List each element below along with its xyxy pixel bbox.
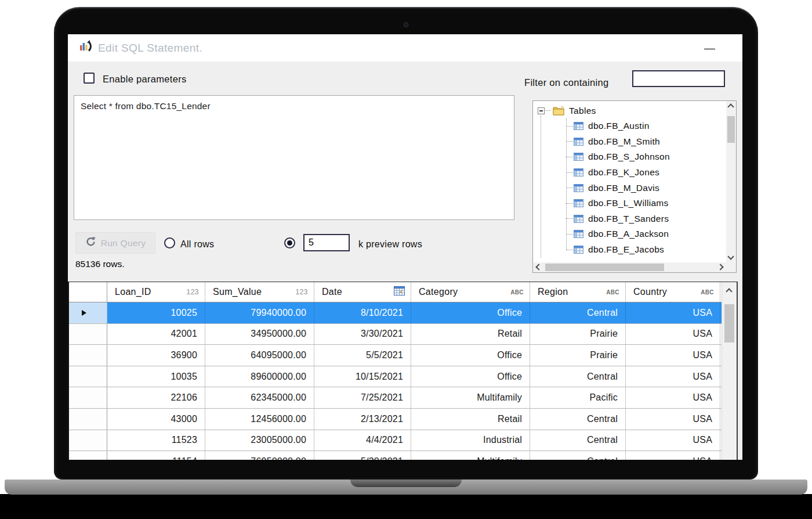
scrollbar-thumb[interactable] bbox=[545, 264, 664, 271]
grid-header-country[interactable]: CountryABC bbox=[626, 282, 720, 302]
tree-item[interactable]: dbo.FB_M_Smith bbox=[533, 134, 726, 150]
grid-row[interactable]: 1002579940000.008/10/2021OfficeCentralUS… bbox=[69, 302, 722, 324]
tree-item[interactable]: dbo.FB_Austin bbox=[533, 118, 726, 134]
grid-cell[interactable]: USA bbox=[626, 430, 720, 451]
grid-cell[interactable]: Office bbox=[411, 302, 530, 323]
scrollbar-thumb[interactable] bbox=[724, 304, 734, 343]
grid-cell[interactable]: 64095000.00 bbox=[205, 345, 314, 366]
tree-item[interactable]: dbo.FB_E_Jacobs bbox=[533, 242, 726, 258]
grid-cell[interactable]: 5/30/2021 bbox=[314, 451, 411, 460]
grid-cell[interactable]: 12456000.00 bbox=[205, 409, 314, 430]
tree-root[interactable]: Tables bbox=[533, 103, 726, 118]
scroll-up-icon[interactable] bbox=[726, 288, 732, 294]
grid-cell[interactable]: 10/15/2021 bbox=[314, 366, 411, 387]
tree-item[interactable]: dbo.FB_A_Jackson bbox=[533, 226, 726, 242]
row-selector-cell[interactable] bbox=[69, 387, 107, 408]
grid-header-category[interactable]: CategoryABC bbox=[411, 282, 530, 302]
grid-cell[interactable]: USA bbox=[626, 345, 720, 366]
grid-cell[interactable]: 36900 bbox=[107, 345, 205, 366]
grid-cell[interactable]: 42001 bbox=[107, 324, 205, 345]
scroll-down-icon[interactable] bbox=[727, 253, 734, 260]
grid-cell[interactable]: USA bbox=[626, 451, 720, 460]
grid-header-loan_id[interactable]: Loan_ID123 bbox=[107, 282, 205, 302]
row-selector-cell[interactable] bbox=[69, 324, 107, 345]
grid-cell[interactable]: Central bbox=[530, 366, 626, 387]
grid-row[interactable]: 2210662345000.007/25/2021MultifamilyPaci… bbox=[69, 387, 722, 409]
grid-cell[interactable]: USA bbox=[626, 387, 720, 408]
grid-row[interactable]: 1152323005000.004/4/2021IndustrialCentra… bbox=[69, 430, 722, 452]
grid-header-date[interactable]: Date bbox=[314, 282, 411, 302]
scrollbar-thumb[interactable] bbox=[727, 116, 735, 143]
grid-cell[interactable]: Retail bbox=[411, 409, 530, 430]
grid-row[interactable]: 4300012456000.002/13/2021RetailCentralUS… bbox=[69, 409, 722, 430]
grid-cell[interactable]: USA bbox=[626, 324, 720, 345]
grid-row[interactable]: 1003589600000.0010/15/2021OfficeCentralU… bbox=[69, 366, 722, 388]
tree-horizontal-scrollbar[interactable] bbox=[533, 262, 726, 272]
grid-cell[interactable]: Central bbox=[530, 409, 626, 430]
minimize-button[interactable] bbox=[704, 48, 715, 50]
grid-cell[interactable]: Office bbox=[411, 345, 530, 366]
grid-cell[interactable]: 79940000.00 bbox=[205, 302, 314, 323]
scroll-right-icon[interactable] bbox=[717, 264, 723, 270]
run-query-button[interactable]: Run Query bbox=[75, 232, 155, 254]
sql-editor[interactable]: Select * from dbo.TC15_Lender bbox=[74, 95, 514, 220]
grid-row[interactable]: 1115476950000.005/30/2021MultifamilyCent… bbox=[69, 451, 722, 460]
grid-cell[interactable]: 22106 bbox=[107, 387, 205, 408]
grid-cell[interactable]: 4/4/2021 bbox=[314, 430, 411, 451]
preview-rows-input[interactable] bbox=[303, 234, 350, 251]
filter-input[interactable] bbox=[632, 70, 725, 87]
grid-cell[interactable]: USA bbox=[626, 409, 720, 430]
enable-parameters-checkbox[interactable] bbox=[84, 73, 95, 84]
grid-row[interactable]: 4200134950000.003/30/2021RetailPrairieUS… bbox=[69, 324, 722, 345]
tree-item[interactable]: dbo.FB_S_Johnson bbox=[533, 149, 726, 165]
grid-cell[interactable]: 34950000.00 bbox=[205, 324, 314, 345]
grid-cell[interactable]: 2/13/2021 bbox=[314, 409, 411, 430]
grid-cell[interactable]: Pacific bbox=[530, 387, 626, 408]
grid-cell[interactable]: 8/10/2021 bbox=[314, 302, 411, 323]
grid-cell[interactable]: Industrial bbox=[411, 430, 530, 451]
grid-cell[interactable]: 11154 bbox=[107, 451, 205, 460]
scroll-left-icon[interactable] bbox=[535, 264, 542, 270]
row-selector-cell[interactable] bbox=[69, 409, 107, 430]
grid-cell[interactable]: 76950000.00 bbox=[205, 451, 314, 460]
grid-header-sum_value[interactable]: Sum_Value123 bbox=[205, 282, 314, 302]
tree-item[interactable]: dbo.FB_K_Jones bbox=[533, 165, 726, 181]
grid-cell[interactable]: 10025 bbox=[107, 302, 205, 323]
row-selector-cell[interactable] bbox=[69, 345, 107, 366]
grid-cell[interactable]: Multifamily bbox=[411, 387, 530, 408]
tree-collapse-button[interactable] bbox=[538, 107, 545, 114]
grid-cell[interactable]: 43000 bbox=[107, 409, 205, 430]
grid-cell[interactable]: 10035 bbox=[107, 366, 205, 387]
grid-cell[interactable]: Prairie bbox=[530, 324, 626, 345]
tree-vertical-scrollbar[interactable] bbox=[726, 101, 736, 262]
grid-cell[interactable]: 11523 bbox=[107, 430, 205, 451]
grid-vertical-scrollbar[interactable] bbox=[722, 282, 737, 460]
grid-cell[interactable]: 5/5/2021 bbox=[314, 345, 411, 366]
grid-cell[interactable]: 7/25/2021 bbox=[314, 387, 411, 408]
row-selector-cell[interactable] bbox=[69, 302, 107, 323]
grid-cell[interactable]: Retail bbox=[411, 324, 530, 345]
scroll-up-icon[interactable] bbox=[727, 103, 734, 110]
row-selector-cell[interactable] bbox=[69, 430, 107, 451]
row-selector-cell[interactable] bbox=[69, 366, 107, 387]
grid-cell[interactable]: Prairie bbox=[530, 345, 626, 366]
grid-cell[interactable]: Central bbox=[530, 302, 626, 323]
tree-item[interactable]: dbo.FB_L_Williams bbox=[533, 196, 726, 211]
grid-cell[interactable]: 3/30/2021 bbox=[314, 324, 411, 345]
tree-item[interactable]: dbo.FB_M_Davis bbox=[533, 180, 726, 196]
grid-row[interactable]: 3690064095000.005/5/2021OfficePrairieUSA bbox=[69, 345, 722, 366]
grid-cell[interactable]: USA bbox=[626, 366, 720, 387]
grid-cell[interactable]: 62345000.00 bbox=[205, 387, 314, 408]
tree-item[interactable]: dbo.FB_T_Sanders bbox=[533, 211, 726, 227]
grid-cell[interactable]: 23005000.00 bbox=[205, 430, 314, 451]
all-rows-radio[interactable] bbox=[164, 237, 175, 248]
grid-header-region[interactable]: RegionABC bbox=[530, 282, 626, 302]
row-selector-cell[interactable] bbox=[69, 451, 107, 460]
grid-cell[interactable]: USA bbox=[626, 302, 720, 323]
grid-cell[interactable]: Central bbox=[530, 451, 626, 460]
grid-cell[interactable]: 89600000.00 bbox=[205, 366, 314, 387]
grid-cell[interactable]: Central bbox=[530, 430, 626, 451]
preview-rows-radio[interactable] bbox=[284, 237, 295, 248]
grid-cell[interactable]: Multifamily bbox=[411, 451, 530, 460]
grid-cell[interactable]: Office bbox=[411, 366, 530, 387]
